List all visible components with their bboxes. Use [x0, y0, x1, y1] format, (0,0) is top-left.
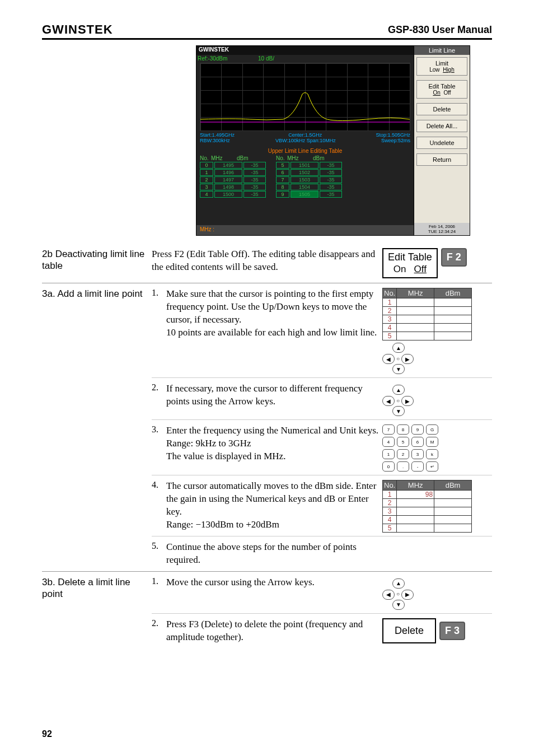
step-3a-3: Enter the frequency using the Numerical …: [166, 424, 379, 472]
softkey-return[interactable]: Return: [416, 153, 467, 166]
sweep-info: Start:1.495GHzCenter:1.5GHzStop:1.505GHz…: [200, 132, 410, 143]
input-prompt: MHz :: [200, 226, 214, 234]
f3-key[interactable]: F 3: [439, 622, 465, 640]
softkey-limit[interactable]: Limit Low High: [416, 57, 467, 76]
device-screenshot: GWINSTEK Ref:-30dBm 10 dB/ Start:1.495GH…: [196, 45, 470, 236]
delete-button[interactable]: Delete: [382, 618, 436, 643]
mini-table-empty: No.MHzdBm 1 2 3 4 5: [382, 288, 472, 340]
step-label-2b: 2b Deactivating limit line table: [42, 248, 152, 278]
limit-table: Upper Limit Line Editing Table No.MHzdBm…: [200, 148, 410, 198]
step-label-3b: 3b. Delete a limit line point: [42, 576, 152, 644]
page-number: 92: [42, 729, 52, 739]
manual-title: GSP-830 User Manual: [388, 24, 492, 36]
arrow-keys-icon: ▲ ◀ ○ ▶ ▼: [382, 385, 414, 416]
step-3b-2: Press F3 (Delete) to delete the point (f…: [166, 618, 379, 644]
step-3a-4: The cursor automatically moves to the dB…: [166, 480, 379, 533]
step-text-2b: Press F2 (Edit Table Off). The editing t…: [152, 248, 379, 278]
step-3a-5: Continue the above steps for the number …: [166, 541, 379, 567]
step-3a-2: If necessary, move the cursor to differe…: [166, 382, 379, 416]
step-label-3a: 3a. Add a limit line point: [42, 288, 152, 567]
keypad-icon: 789G 456M 123k 0.-↵: [382, 424, 438, 472]
screen-logo: GWINSTEK: [199, 46, 229, 53]
step-3a-1: Make sure that the cursor is pointing to…: [166, 288, 379, 374]
scale-db: 10 dB/: [258, 55, 274, 62]
step-3b-1: Move the cursor using the Arrow keys.: [166, 576, 379, 610]
spectrum-plot: [200, 63, 410, 131]
mini-table-filled: No.MHzdBm 198 2 3 4 5: [382, 480, 472, 533]
softkey-undelete[interactable]: Undelete: [416, 137, 467, 149]
arrow-keys-icon: ▲ ◀ ○ ▶ ▼: [382, 343, 414, 374]
ref-level: Ref:-30dBm: [198, 55, 227, 62]
brand-logo: GWINSTEK: [42, 22, 113, 37]
softkey-delete[interactable]: Delete: [416, 103, 467, 115]
edit-table-button[interactable]: Edit Table On Off: [382, 248, 438, 278]
f2-key[interactable]: F 2: [441, 248, 467, 267]
softkey-menu: Limit Line Limit Low High Edit Table On …: [414, 45, 470, 236]
softkey-edit-table[interactable]: Edit Table On Off: [416, 80, 467, 99]
softkey-delete-all[interactable]: Delete All...: [416, 120, 467, 132]
arrow-keys-icon: ▲ ◀ ○ ▶ ▼: [382, 578, 414, 610]
